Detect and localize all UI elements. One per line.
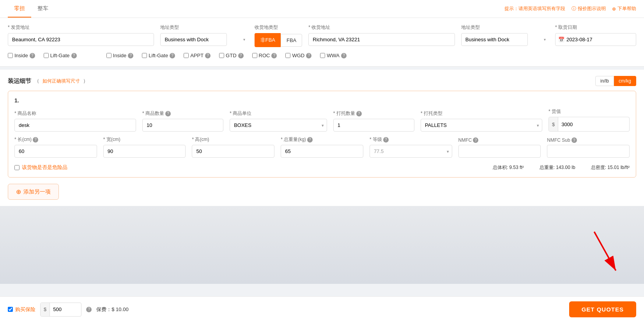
fba-button[interactable]: FBA (281, 34, 302, 47)
calendar-icon: 📅 (558, 37, 564, 42)
nmfc-input[interactable] (458, 145, 541, 158)
tab-ftl[interactable]: 整车 (31, 0, 55, 18)
wwa-help-icon-dest[interactable]: ? (341, 53, 347, 58)
danger-label[interactable]: 该货物是否是危险品 (22, 164, 67, 171)
nmfc-sub-field: NMFC Sub ? (547, 137, 630, 158)
from-address-input[interactable]: Beaumont, CA 92223 (8, 33, 154, 46)
grade-select[interactable]: 77.5 (370, 145, 452, 158)
unit-cm-kg-button[interactable]: cm/kg (614, 76, 636, 86)
appt-checkbox-dest-input[interactable] (184, 53, 189, 58)
pallet-qty-field: * 打托数量 ? (333, 110, 414, 132)
liftgate-help-icon-dest[interactable]: ? (170, 53, 175, 58)
value-input[interactable] (558, 118, 589, 130)
shipping-section: 装运细节 （ 如何正确填写尺寸 ） in/lb cm/kg 1. * 商品名称 … (0, 70, 644, 206)
wgd-help-icon-dest[interactable]: ? (306, 53, 311, 58)
gtd-label-dest: GTD (226, 53, 236, 58)
gtd-help-icon-dest[interactable]: ? (238, 53, 244, 58)
wwa-checkbox-dest-input[interactable] (320, 53, 325, 58)
height-input[interactable] (192, 145, 274, 158)
liftgate-checkbox-origin-input[interactable] (44, 53, 49, 58)
total-weight-label: * 总重量(kg) ? (281, 136, 363, 143)
nmfc-sub-help-icon[interactable]: ? (571, 137, 577, 143)
stats-group: 总体积: 9.53 ft² 总重量: 143.00 lb 总密度: 15.01 … (493, 164, 630, 171)
value-input-wrap: $ (548, 117, 630, 132)
pickup-date-input[interactable]: 2023-08-17 (555, 33, 636, 46)
add-item-button[interactable]: ⊕ 添加另一项 (8, 184, 59, 200)
total-weight-help-icon[interactable]: ? (307, 137, 313, 143)
order-help-link[interactable]: ⊕ 下单帮助 (612, 5, 636, 12)
how-to-link[interactable]: 如何正确填写尺寸 (42, 78, 80, 84)
total-density-stat: 总密度: 15.01 lb/ft² (591, 164, 630, 171)
arrow-graphic (589, 228, 621, 276)
unit-in-lb-button[interactable]: in/lb (595, 76, 614, 86)
inside-checkbox-dest: Inside ? (106, 53, 134, 58)
price-guide-link[interactable]: ⓘ 报价图示说明 (571, 5, 606, 12)
address-row: * 发货地址 Beaumont, CA 92223 地址类型 Business … (8, 24, 636, 47)
nmfc-sub-input[interactable] (547, 145, 630, 158)
item-footer: 该货物是否是危险品 总体积: 9.53 ft² 总重量: 143.00 lb 总… (14, 161, 630, 171)
roc-label-dest: ROC (259, 53, 270, 58)
pallet-type-select[interactable]: PALLETS SKIDS NONE (421, 119, 542, 132)
from-address-type-select[interactable]: Business with Dock Residential Business … (160, 33, 227, 46)
width-input[interactable] (103, 145, 186, 158)
product-name-label: * 商品名称 (14, 110, 136, 117)
pallet-type-label: * 打托类型 (421, 110, 542, 117)
product-name-field: * 商品名称 (14, 110, 136, 132)
pickup-date-label: * 取货日期 (555, 24, 636, 31)
roc-checkbox-dest-input[interactable] (252, 53, 257, 58)
delivery-type-group: 收货地类型 非FBA FBA (255, 24, 303, 47)
dest-checkboxes: Inside ? Lift-Gate ? APPT ? GTD ? ROC (106, 49, 353, 60)
nmfc-help-icon[interactable]: ? (473, 137, 478, 143)
nmfc-label: NMFC ? (458, 137, 541, 143)
inside-label-dest: Inside (113, 53, 127, 58)
non-fba-button[interactable]: 非FBA (255, 33, 281, 47)
grade-help-icon[interactable]: ? (383, 137, 389, 143)
pallet-type-field: * 打托类型 PALLETS SKIDS NONE (421, 110, 542, 132)
pallet-qty-label: * 打托数量 ? (333, 110, 414, 117)
liftgate-checkbox-dest-input[interactable] (142, 53, 147, 58)
to-address-input[interactable]: Richmond, VA 23221 (308, 33, 455, 46)
length-help-icon[interactable]: ? (33, 137, 38, 143)
danger-checkbox-input[interactable] (14, 165, 19, 170)
wgd-checkbox-dest-input[interactable] (285, 53, 290, 58)
inside-help-icon-dest[interactable]: ? (128, 53, 133, 58)
product-qty-input[interactable] (142, 119, 223, 132)
tab-ltl[interactable]: 零担 (8, 0, 31, 18)
liftgate-help-icon-origin[interactable]: ? (71, 53, 77, 58)
length-input[interactable] (14, 145, 97, 158)
pallet-qty-input[interactable] (333, 119, 414, 132)
product-name-input[interactable] (14, 119, 136, 132)
to-address-type-select[interactable]: Business with Dock Residential Business … (461, 33, 528, 46)
pallet-type-select-wrap: PALLETS SKIDS NONE (421, 119, 542, 132)
total-volume-value: 总体积: 9.53 ft² (493, 164, 524, 171)
tab-group: 零担 整车 (8, 0, 55, 18)
divider-1 (0, 67, 644, 70)
inside-label-origin: Inside (14, 53, 28, 58)
hint-text: 提示：请用英语填写所有字段 (504, 5, 565, 12)
from-address-type-label: 地址类型 (160, 24, 248, 31)
product-qty-help-icon[interactable]: ? (165, 111, 171, 116)
wgd-label-dest: WGD (292, 53, 304, 58)
paren-open: （ (34, 77, 39, 84)
to-address-type-group: 地址类型 Business with Dock Residential Busi… (461, 24, 549, 46)
length-label: * 长(cm) ? (14, 136, 97, 143)
roc-help-icon-dest[interactable]: ? (271, 53, 277, 58)
inside-help-icon-origin[interactable]: ? (30, 53, 35, 58)
wwa-checkbox-dest: WWA ? (320, 53, 347, 58)
inside-checkbox-dest-input[interactable] (106, 53, 111, 58)
item-card-1: 1. * 商品名称 * 商品数量 ? * 商品单位 BOXES PIECES (8, 91, 636, 178)
pallet-qty-help-icon[interactable]: ? (356, 111, 362, 116)
width-field: * 宽(cm) (103, 136, 186, 158)
gtd-checkbox-dest-input[interactable] (219, 53, 224, 58)
roc-checkbox-dest: ROC ? (252, 53, 277, 58)
top-bar: 零担 整车 提示：请用英语填写所有字段 ⓘ 报价图示说明 ⊕ 下单帮助 (0, 0, 644, 18)
appt-help-icon-dest[interactable]: ? (205, 53, 211, 58)
inside-checkbox-origin-input[interactable] (8, 53, 13, 58)
from-address-type-group: 地址类型 Business with Dock Residential Busi… (160, 24, 248, 46)
total-weight-input[interactable] (281, 145, 363, 158)
product-qty-label: * 商品数量 ? (142, 110, 223, 117)
chevron-down-icon-2: ▾ (544, 37, 546, 42)
danger-checkbox-group: 该货物是否是危险品 (14, 164, 67, 171)
product-unit-select[interactable]: BOXES PIECES PALLETS (230, 119, 327, 132)
appt-checkbox-dest: APPT ? (184, 53, 211, 58)
